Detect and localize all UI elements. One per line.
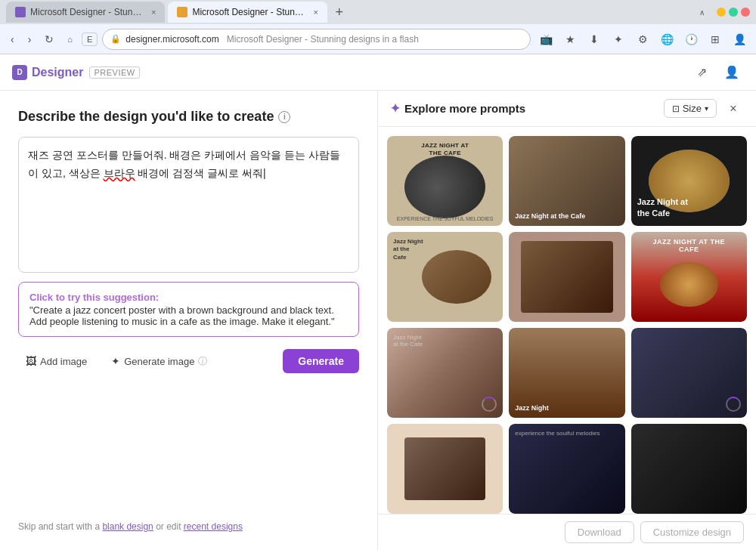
prompt-text: 재즈 공연 포스터를 만들어줘. 배경은 카페에서 음악을 듣는 사람들이 있고…: [28, 147, 349, 183]
favorites-button[interactable]: ★: [559, 29, 581, 50]
design-grid: JAZZ NIGHT ATTHE CAFE EXPERIENCE THE JOY…: [378, 127, 756, 514]
tab-bar: Microsoft Designer - Stunning × Microsof…: [6, 2, 349, 23]
tab-1[interactable]: Microsoft Designer - Stunning ×: [6, 2, 165, 23]
size-button[interactable]: ⊡ Size ▾: [664, 99, 717, 118]
left-panel: Describe the design you'd like to create…: [0, 91, 378, 550]
media-button[interactable]: 📺: [535, 29, 556, 50]
logo-icon: D: [12, 65, 27, 80]
explore-title-text: Explore more prompts: [404, 102, 525, 115]
profile-button[interactable]: 👤: [729, 29, 750, 50]
history-button[interactable]: 🕐: [680, 29, 702, 50]
home-button[interactable]: ⌂: [63, 32, 77, 47]
card-7-title: Jazz Nightat the Cafe: [393, 334, 423, 348]
design-card-1[interactable]: JAZZ NIGHT ATTHE CAFE EXPERIENCE THE JOY…: [387, 136, 503, 226]
generate-image-info-icon: ⓘ: [198, 355, 207, 368]
app-content: D Designer PREVIEW ⇗ 👤 Describe the desi…: [0, 54, 756, 550]
generate-image-label: Generate image: [124, 356, 194, 367]
suggestion-label: Click to try this suggestion:: [29, 292, 348, 303]
tab-1-close[interactable]: ×: [151, 8, 156, 17]
card-11-photo: [509, 424, 624, 514]
card-8-title: Jazz Night: [515, 404, 549, 412]
explore-title: ✦ Explore more prompts: [390, 101, 525, 116]
share-icon[interactable]: ⇗: [689, 60, 714, 85]
bottom-bar: Download Customize design: [378, 514, 756, 550]
generate-image-icon: ✦: [111, 355, 120, 367]
prompt-input-container[interactable]: 재즈 공연 포스터를 만들어줘. 배경은 카페에서 음악을 듣는 사람들이 있고…: [18, 137, 359, 273]
card-1-subtitle: EXPERIENCE THE JOYFUL MELODIES: [397, 216, 494, 221]
window-controls: [717, 8, 750, 17]
address-bar[interactable]: 🔒 designer.microsoft.com Microsoft Desig…: [102, 29, 531, 50]
card-4-title: Jazz Nightat theCafe: [393, 238, 423, 261]
app-logo-text: Designer: [32, 66, 83, 79]
footer-or: or edit: [156, 521, 181, 532]
customize-design-button[interactable]: Customize design: [640, 521, 744, 543]
split-view-button[interactable]: ⊞: [705, 29, 726, 50]
tab-2-close[interactable]: ×: [313, 8, 318, 17]
preview-badge: PREVIEW: [89, 66, 139, 79]
minimize-button[interactable]: [717, 8, 726, 17]
action-row: 🖼 Add image ✦ Generate image ⓘ Generate: [18, 349, 359, 373]
browser-toolbar: ‹ › ↻ ⌂ E 🔒 designer.microsoft.com Micro…: [0, 24, 756, 54]
recent-designs-link[interactable]: recent designs: [184, 521, 243, 532]
copilot-button[interactable]: ✦: [608, 29, 629, 50]
design-card-9[interactable]: [631, 328, 747, 418]
address-description: Microsoft Designer - Stunning designs in…: [227, 34, 419, 45]
card-2-title: Jazz Night at the Cafe: [515, 212, 585, 220]
browser-titlebar: Microsoft Designer - Stunning × Microsof…: [0, 0, 756, 24]
language-button[interactable]: 🌐: [656, 29, 677, 50]
refresh-button[interactable]: ↻: [40, 30, 58, 48]
blank-design-link[interactable]: blank design: [102, 521, 153, 532]
right-panel: ✦ Explore more prompts ⊡ Size ▾ ×: [378, 91, 756, 550]
app-header: D Designer PREVIEW ⇗ 👤: [0, 54, 756, 91]
design-card-3[interactable]: Jazz Night atthe Cafe: [631, 136, 747, 226]
footer-text: Skip and start with a blank design or ed…: [18, 509, 359, 532]
address-domain: designer.microsoft.com: [125, 34, 218, 45]
close-window-button[interactable]: [741, 8, 750, 17]
download-status-button[interactable]: ⬇: [584, 29, 605, 50]
design-card-11[interactable]: experience the soulful melodies: [509, 424, 624, 514]
design-card-12[interactable]: [631, 424, 747, 514]
add-image-label: Add image: [40, 356, 87, 367]
close-button[interactable]: ×: [723, 98, 744, 119]
design-card-5[interactable]: [509, 232, 624, 322]
design-card-8[interactable]: Jazz Night: [509, 328, 624, 418]
design-card-7[interactable]: Jazz Nightat the Cafe: [387, 328, 503, 418]
card-11-title: experience the soulful melodies: [515, 430, 618, 437]
card-1-image: [404, 156, 485, 218]
card-6-image: [660, 262, 718, 307]
generate-image-button[interactable]: ✦ Generate image ⓘ: [104, 351, 215, 372]
card-10-image: [404, 437, 485, 500]
tab-2-label: Microsoft Designer - Stunning: [192, 7, 305, 17]
maximize-button[interactable]: [729, 8, 738, 17]
card-6-title: JAZZ NIGHT AT THECAFE: [631, 238, 747, 253]
card-5-image: [521, 241, 614, 313]
size-label: Size: [683, 103, 702, 114]
suggestion-box[interactable]: Click to try this suggestion: "Create a …: [18, 282, 359, 337]
card-1-photo: [404, 156, 485, 218]
forward-button[interactable]: ›: [23, 30, 36, 48]
app-logo: D Designer: [12, 65, 83, 80]
add-tab-button[interactable]: +: [330, 3, 349, 21]
design-card-2[interactable]: Jazz Night at the Cafe: [509, 136, 624, 226]
design-card-6[interactable]: JAZZ NIGHT AT THECAFE: [631, 232, 747, 322]
back-button[interactable]: ‹: [6, 30, 19, 48]
card-4-image: [422, 250, 491, 304]
generate-button[interactable]: Generate: [283, 349, 359, 373]
settings-button[interactable]: ⚙: [632, 29, 653, 50]
panel-title: Describe the design you'd like to create…: [18, 109, 359, 125]
extensions-button[interactable]: E: [82, 32, 98, 46]
tab-2[interactable]: Microsoft Designer - Stunning ×: [168, 2, 327, 23]
card-9-loading: [726, 397, 741, 412]
design-card-4[interactable]: Jazz Nightat theCafe: [387, 232, 503, 322]
chevron-down-icon: ▾: [705, 104, 708, 113]
main-layout: Describe the design you'd like to create…: [0, 91, 756, 550]
right-panel-header: ✦ Explore more prompts ⊡ Size ▾ ×: [378, 91, 756, 127]
tab-2-favicon: [177, 7, 187, 17]
collapse-button[interactable]: ∧: [699, 8, 705, 17]
design-card-10[interactable]: [387, 424, 503, 514]
download-button[interactable]: Download: [565, 521, 634, 543]
add-image-button[interactable]: 🖼 Add image: [18, 351, 94, 372]
info-icon[interactable]: i: [278, 111, 290, 123]
card-1-title: JAZZ NIGHT ATTHE CAFE: [387, 142, 503, 158]
profile-icon[interactable]: 👤: [720, 60, 744, 85]
